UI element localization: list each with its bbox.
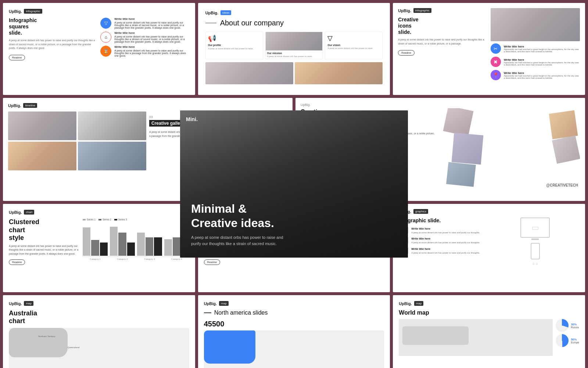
stacked-label1: 4.5 — [278, 224, 285, 227]
slide8-item1-text: A peep at some distant orb has power to … — [411, 231, 480, 234]
card1-text: A peep at some distant orb has power to … — [208, 47, 261, 50]
slide7-brand: UpBig. — [204, 210, 217, 215]
slide1-item2-title: Write title here — [114, 31, 189, 35]
slide10-subtitle: 45500 — [204, 320, 384, 328]
s7-legend1: Series 1 — [278, 218, 291, 221]
slide9-brand: UpBig. — [9, 301, 22, 306]
stacked-bars4 — [287, 239, 334, 243]
seg4-3 — [321, 239, 334, 243]
slide4-photos: + — [8, 112, 146, 185]
slide3-body: A peep at some distant orb has power to … — [398, 38, 487, 46]
pie2 — [556, 334, 569, 347]
slide6-brand: UpBig. — [9, 210, 22, 215]
slide8-item2-text: A peep at some distant orb has power to … — [411, 241, 480, 244]
slide3-photo — [491, 8, 580, 41]
slide10-title: North america slides — [214, 309, 268, 316]
s7-legend1-label: Series 1 — [282, 218, 291, 221]
legend2-label: Series 2 — [103, 218, 111, 221]
slide1-tag: infographic — [24, 9, 42, 14]
slide7-content: Stackedbarstyle A peep at some distant o… — [204, 218, 384, 265]
slide1-icon3: ⌛ — [100, 46, 111, 57]
slide8-item1: ⊞ Write title here A peep at some distan… — [398, 227, 487, 234]
slide8-item2: 📱 Write title here A peep at some distan… — [398, 237, 487, 244]
slide1-icon2: ⌂ — [100, 32, 111, 43]
main-layout: UpBig. infographic Infographicsquaressli… — [0, 0, 588, 368]
bar3-3 — [154, 237, 162, 256]
seg2-2 — [306, 229, 317, 233]
slide4-header: UpBig. timeline — [8, 103, 287, 108]
slide1-item3: ⌛ Write title here A peep at some distan… — [100, 45, 189, 57]
slide3-right: ✂ Write title here Apparently we had rea… — [491, 8, 580, 90]
about-card-vision: ▽ Our vision A peep at some distant orb … — [325, 32, 383, 59]
slide10-brand: UpBig. — [204, 301, 217, 306]
slide11-title: World map — [399, 309, 579, 316]
diamond3 — [452, 133, 484, 165]
slide9-map: Northern Territory Queensland — [9, 328, 189, 368]
slide2-tag: ideas — [220, 10, 231, 15]
slide3-icon1: ✂ — [491, 43, 501, 54]
slide3-btn[interactable]: Readme — [398, 50, 414, 56]
slide-infographic-squares: UpBig. infographic Infographicsquaressli… — [3, 3, 195, 95]
slide1-item2-text: A peep at some distant orb has power to … — [114, 35, 184, 43]
slide8-phone — [531, 243, 540, 259]
seg4-1 — [287, 239, 307, 243]
seg3-3 — [325, 234, 338, 238]
slide6-tag: chart — [24, 210, 34, 215]
row-4: UpBig. map Australiachart Northern Terri… — [3, 295, 585, 368]
stacked-val3: 2 — [341, 235, 342, 237]
gallery-grid: + — [8, 112, 146, 170]
slide11-header: UpBig. map — [399, 301, 579, 306]
slide1-item1-title: Write title here — [114, 17, 189, 21]
seg1-1 — [287, 224, 309, 227]
slide6-btn[interactable]: Readme — [9, 259, 25, 265]
slide5-body2: A peep at some distant orb has power to … — [301, 141, 439, 144]
slide3-item2-title: Write title here — [504, 58, 580, 61]
slide-australia-map: UpBig. map Australiachart Northern Terri… — [3, 295, 195, 368]
slide3-item3: 📍 Write title here Apparently we had rea… — [491, 70, 580, 80]
slide3-item1-text: Apparently we had reached a great height… — [504, 48, 580, 53]
cat1: Category 1 — [83, 258, 108, 260]
bar2-1 — [110, 227, 118, 256]
seg4-2 — [308, 239, 320, 243]
monitor-stand — [531, 238, 539, 240]
stacked-row1: 4.5 5 — [278, 224, 384, 227]
slide-creative-gallery: UpBig. timeline + — [3, 98, 293, 201]
gallery-plus1: + — [71, 113, 74, 119]
pie2-label: Europe — [571, 341, 579, 344]
slide3-item2: ✖ Write title here Apparently we had rea… — [491, 57, 580, 67]
slide3-tag: infographic — [413, 8, 431, 13]
bar4-1 — [164, 239, 172, 256]
legend1-dot — [83, 219, 86, 220]
slide1-icon1: ▽ — [100, 18, 111, 29]
card2-text: A peep at some distant orb has power to … — [267, 55, 321, 57]
slide1-btn[interactable]: Readme — [9, 55, 25, 60]
slide5-title: Creativeimagesslide. — [301, 108, 439, 130]
slide10-map — [204, 330, 384, 368]
slide1-header: UpBig. infographic — [9, 9, 189, 14]
slide11-brand: UpBig. — [399, 301, 412, 306]
stacked-val1: 5 — [354, 224, 355, 227]
slide5-diamond-collage: @CREATIVETECH — [442, 108, 580, 189]
slide11-content: 30% Russia 50% Europe — [399, 319, 579, 356]
seg2-1 — [287, 229, 305, 233]
slide8-left: Infographic slide. ⊞ Write title here A … — [398, 217, 487, 266]
card3-icon: ▽ — [327, 34, 380, 42]
slide4-brand: UpBig. — [8, 103, 21, 108]
slide1-item3-text: A peep at some distant orb has power to … — [114, 49, 186, 57]
s7-legend2-dot — [294, 219, 297, 220]
slide5-body: A peep at some distant orb has power to … — [301, 132, 439, 136]
slide7-btn[interactable]: Readme — [204, 259, 220, 265]
slide5-left: Creativeimagesslide. A peep at some dist… — [301, 108, 439, 189]
slide3-item3-title: Write title here — [504, 71, 580, 75]
slide8-item3-text: A peep at some distant orb has power to … — [411, 251, 480, 254]
slide4-body: A peep at some distant orb has power to … — [149, 130, 287, 138]
pie1-label: Russia — [571, 326, 578, 329]
slide-world-map: UpBig. map World map 30% — [393, 295, 585, 368]
slide8-devices: ▭ ① ② — [491, 217, 580, 266]
stacked-bars2 — [287, 229, 336, 233]
chart-group3 — [137, 233, 162, 256]
slide10-tag: map — [219, 301, 229, 306]
cat4: Category 4 — [164, 258, 189, 260]
slide8-dots: ① ② — [532, 262, 538, 266]
slide3-title: Creativeiconsslide. — [398, 17, 487, 35]
